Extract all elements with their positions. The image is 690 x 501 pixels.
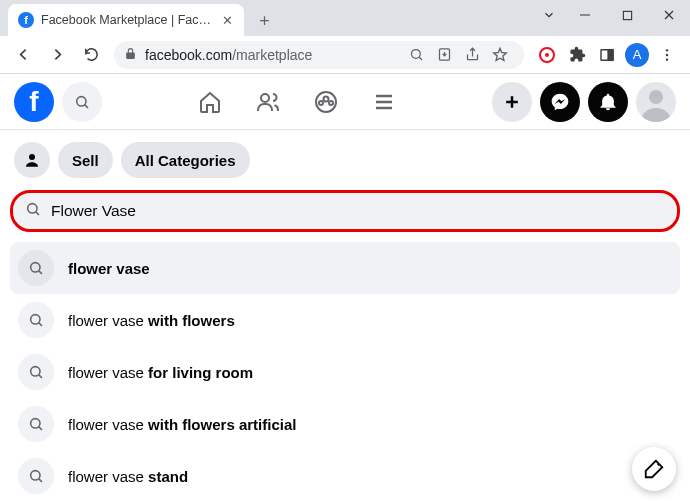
svg-point-8 xyxy=(77,96,86,105)
search-suggestions: flower vase flower vase with flowers flo… xyxy=(0,242,690,501)
bookmark-star-icon[interactable] xyxy=(486,41,514,69)
svg-point-7 xyxy=(666,58,668,60)
svg-point-6 xyxy=(666,53,668,55)
tab-close-icon[interactable]: ✕ xyxy=(220,13,234,27)
nav-home-icon[interactable] xyxy=(185,78,235,126)
filter-categories[interactable]: All Categories xyxy=(121,142,250,178)
minimize-button[interactable] xyxy=(564,0,606,30)
browser-tab[interactable]: f Facebook Marketplace | Facebook ✕ xyxy=(8,4,244,36)
messenger-icon[interactable] xyxy=(540,82,580,122)
extensions-icon[interactable] xyxy=(562,40,592,70)
nav-menu-icon[interactable] xyxy=(359,78,409,126)
facebook-search-button[interactable] xyxy=(62,82,102,122)
search-icon xyxy=(25,201,41,221)
facebook-logo[interactable]: f xyxy=(14,82,54,122)
search-icon xyxy=(18,458,54,494)
side-panel-icon[interactable] xyxy=(592,40,622,70)
svg-point-18 xyxy=(31,315,40,324)
new-post-fab[interactable] xyxy=(632,447,676,491)
search-icon xyxy=(18,302,54,338)
marketplace-filters: Sell All Categories xyxy=(0,130,690,190)
search-icon xyxy=(18,354,54,390)
back-button[interactable] xyxy=(8,40,38,70)
share-icon[interactable] xyxy=(458,41,486,69)
browser-toolbar: facebook.com/marketplace A xyxy=(0,36,690,74)
filter-profile-icon[interactable] xyxy=(14,142,50,178)
svg-point-20 xyxy=(31,419,40,428)
nav-friends-icon[interactable] xyxy=(243,78,293,126)
search-icon xyxy=(18,406,54,442)
url-text: facebook.com/marketplace xyxy=(145,47,394,63)
svg-point-12 xyxy=(319,101,323,105)
filter-sell[interactable]: Sell xyxy=(58,142,113,178)
tab-title: Facebook Marketplace | Facebook xyxy=(41,13,213,27)
facebook-favicon: f xyxy=(18,12,34,28)
suggestion-item[interactable]: flower vase with flowers artificial xyxy=(10,398,680,450)
svg-point-15 xyxy=(29,154,35,160)
marketplace-search-box[interactable] xyxy=(10,190,680,232)
svg-point-5 xyxy=(666,49,668,51)
svg-point-11 xyxy=(324,96,329,101)
notifications-icon[interactable] xyxy=(588,82,628,122)
tabs-dropdown-icon[interactable] xyxy=(534,0,564,30)
reload-button[interactable] xyxy=(76,40,106,70)
svg-point-21 xyxy=(31,471,40,480)
extension-record-icon[interactable] xyxy=(532,40,562,70)
new-tab-button[interactable] xyxy=(250,6,278,34)
forward-button[interactable] xyxy=(42,40,72,70)
svg-point-17 xyxy=(31,263,40,272)
facebook-header: f xyxy=(0,74,690,130)
omnibox-search-icon[interactable] xyxy=(402,41,430,69)
profile-menu[interactable] xyxy=(636,82,676,122)
suggestion-item[interactable]: flower vase stand xyxy=(10,450,680,501)
install-app-icon[interactable] xyxy=(430,41,458,69)
svg-point-14 xyxy=(649,90,663,104)
search-input[interactable] xyxy=(51,202,665,220)
maximize-button[interactable] xyxy=(606,0,648,30)
svg-rect-4 xyxy=(608,49,613,60)
address-bar[interactable]: facebook.com/marketplace xyxy=(114,41,524,69)
lock-icon xyxy=(124,47,137,63)
browser-menu-icon[interactable] xyxy=(652,40,682,70)
svg-rect-0 xyxy=(623,11,631,19)
svg-point-13 xyxy=(329,101,333,105)
svg-point-16 xyxy=(28,204,37,213)
svg-point-9 xyxy=(261,94,269,102)
suggestion-item[interactable]: flower vase for living room xyxy=(10,346,680,398)
svg-point-1 xyxy=(411,50,420,59)
close-window-button[interactable] xyxy=(648,0,690,30)
create-button[interactable] xyxy=(492,82,532,122)
browser-titlebar: f Facebook Marketplace | Facebook ✕ xyxy=(0,0,690,36)
suggestion-item[interactable]: flower vase with flowers xyxy=(10,294,680,346)
search-icon xyxy=(18,250,54,286)
svg-point-19 xyxy=(31,367,40,376)
profile-avatar[interactable]: A xyxy=(622,40,652,70)
nav-groups-icon[interactable] xyxy=(301,78,351,126)
suggestion-item[interactable]: flower vase xyxy=(10,242,680,294)
